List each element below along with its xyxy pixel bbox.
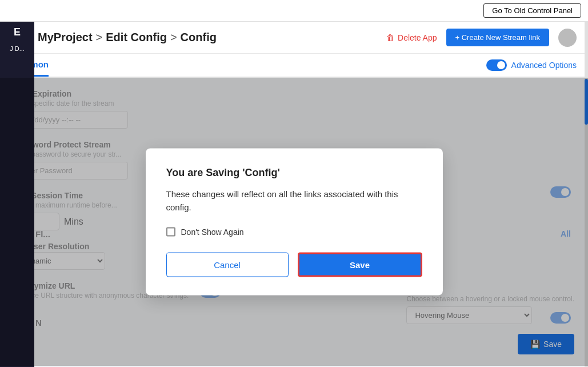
old-panel-button[interactable]: Go To Old Control Panel [483,3,581,18]
delete-app-label: Delete App [398,33,437,42]
modal-save-button[interactable]: Save [298,253,422,277]
tabs-bar: Common Advanced Options [0,54,588,78]
sidebar-logo: E [0,22,34,43]
create-stream-button[interactable]: + Create New Stream link [446,29,549,46]
header-actions: 🗑 Delete App + Create New Stream link [386,29,577,47]
advanced-options-label: Advanced Options [511,61,577,70]
save-confirm-modal: You are Saving 'Config' These changes wi… [146,149,443,296]
advanced-options-toggle[interactable]: Advanced Options [486,59,577,71]
breadcrumb: MyProject > Edit Config > Config [38,31,217,44]
trash-icon: 🗑 [386,33,394,42]
modal-title: You are Saving 'Config' [166,167,422,179]
main-content: Link Expiration Set a specific date for … [0,78,588,366]
delete-app-button[interactable]: 🗑 Delete App [386,33,437,42]
avatar [558,29,577,47]
breadcrumb-sep1: > [96,31,103,44]
logo-text: E [14,26,21,38]
breadcrumb-sep2: > [170,31,177,44]
cancel-button[interactable]: Cancel [166,253,289,277]
modal-actions: Cancel Save [166,253,422,277]
breadcrumb-config: Config [181,31,217,44]
advanced-toggle-icon[interactable] [486,59,507,71]
header: ← MyProject > Edit Config > Config 🗑 Del… [0,22,588,54]
modal-checkbox-row: Don't Show Again [166,228,422,237]
sidebar-sub: J D... [0,43,34,54]
dont-show-label: Don't Show Again [181,228,244,237]
modal-body: These changes will reflect on all the li… [166,188,422,214]
breadcrumb-project: MyProject [38,31,93,44]
dont-show-checkbox[interactable] [166,228,175,237]
top-bar: Go To Old Control Panel [0,0,588,22]
breadcrumb-edit: Edit Config [106,31,167,44]
